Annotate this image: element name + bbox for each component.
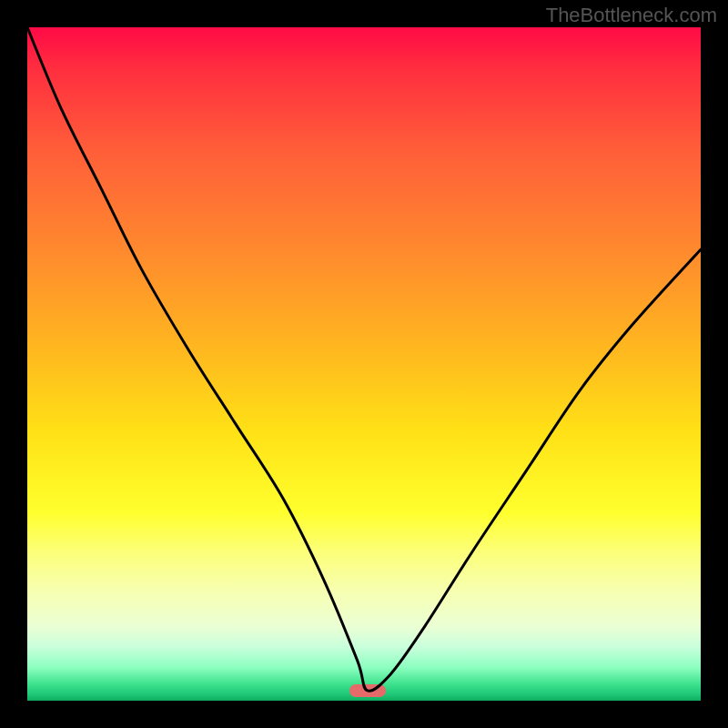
bottleneck-curve [27,27,701,701]
curve-path [27,27,701,691]
plot-area [27,27,701,701]
watermark-text: TheBottleneck.com [546,4,717,27]
chart-frame: TheBottleneck.com [0,0,728,728]
